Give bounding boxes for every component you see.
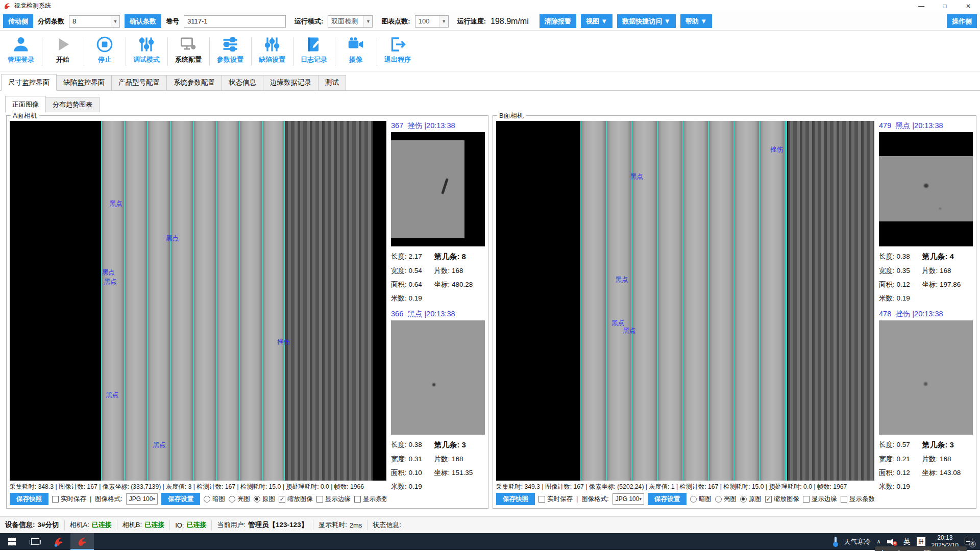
dark-image-radio[interactable]: 暗图 — [690, 495, 712, 504]
defect-panel[interactable]: 478 挫伤 |20:13:38 长度: 0.57 第几条: 3 宽度: 0.2… — [879, 309, 973, 491]
defect-panel[interactable]: 479 黑点 |20:13:38 长度: 0.38 第几条: 4 宽度: 0.3… — [879, 121, 973, 303]
chart-points-label: 图表点数: — [381, 17, 410, 26]
current-user: 当前用户:管理员【123-123】 — [212, 520, 313, 530]
weather-text[interactable]: 天气寒冷 — [844, 537, 871, 546]
defect-thumbnail — [879, 132, 973, 246]
tab-front-image[interactable]: 正面图像 — [5, 96, 46, 113]
defect-panel[interactable]: 367 挫伤 |20:13:38 长度: 2.17 第几条: 8 宽度: 0.5… — [391, 121, 485, 303]
save-snapshot-button[interactable]: 保存快照 — [10, 493, 48, 505]
realtime-save-checkbox[interactable]: 实时保存 — [538, 495, 573, 504]
display-time: 显示耗时:2ms — [313, 520, 368, 530]
ime-chinese-mode[interactable]: 中 — [879, 549, 887, 551]
defect-header: 367 挫伤 |20:13:38 — [391, 121, 485, 132]
show-strips-checkbox[interactable]: 显示条数 — [354, 495, 386, 504]
show-strips-checkbox[interactable]: 显示条数 — [841, 495, 874, 504]
debug-mode-button[interactable]: 调试模式 — [126, 33, 167, 71]
camera-b-defect-list: 479 黑点 |20:13:38 长度: 0.38 第几条: 4 宽度: 0.3… — [879, 121, 973, 506]
task-view-button[interactable] — [23, 533, 47, 550]
tab-size-monitor[interactable]: 尺寸监控界面 — [1, 74, 57, 91]
language-indicator[interactable]: 英 — [903, 537, 911, 546]
tray-expand-chevron-icon[interactable]: ∧ — [877, 538, 881, 545]
ime-language-bar[interactable]: 中 ☽ ’, 简 ☺ ⚙ — [875, 546, 967, 551]
close-button[interactable]: ✕ — [957, 0, 980, 12]
run-mode-combo[interactable]: 双面检测▼ — [328, 15, 373, 28]
data-quick-access-button[interactable]: 数据快捷访问 ▼ — [617, 14, 675, 28]
save-settings-button[interactable]: 保存设置 — [648, 493, 687, 505]
run-speed-label: 运行速度: — [457, 17, 486, 26]
confirm-count-button[interactable]: 确认条数 — [125, 14, 161, 28]
bright-image-radio[interactable]: 亮图 — [229, 495, 250, 504]
chevron-down-icon: ▼ — [363, 16, 372, 27]
param-settings-button[interactable]: 参数设置 — [209, 33, 251, 71]
checkbox-icon — [538, 496, 545, 503]
camera-a-group: A面相机 黑点黑点黑点黑点挫伤黑点黑点 采集耗时: 348.3 | 图像计数: … — [6, 115, 488, 509]
view-menu-button[interactable]: 视图 ▼ — [581, 14, 612, 28]
bright-image-radio[interactable]: 亮图 — [715, 495, 737, 504]
capture-button[interactable]: 摄像 — [335, 33, 377, 71]
image-format-combo[interactable]: JPG 100▾ — [612, 493, 644, 505]
radio-icon — [740, 496, 747, 503]
chevron-down-icon: ▾ — [153, 496, 157, 502]
exit-program-button[interactable]: 退出程序 — [377, 33, 419, 71]
operator-side-button[interactable]: 操作侧 — [947, 14, 977, 28]
start-button[interactable] — [0, 533, 23, 550]
defect-annotation: 黑点 — [106, 391, 118, 399]
defect-annotation: 黑点 — [166, 234, 179, 243]
image-format-combo[interactable]: JPG 100▾ — [126, 493, 158, 505]
tab-system-param-config[interactable]: 系统参数配置 — [166, 75, 222, 90]
save-snapshot-button[interactable]: 保存快照 — [496, 493, 535, 505]
camera-a-image[interactable]: 黑点黑点黑点黑点挫伤黑点黑点 — [10, 121, 386, 481]
defect-annotation: 黑点 — [104, 278, 117, 286]
volume-muted-icon[interactable]: ✕ — [887, 538, 897, 546]
moon-icon[interactable]: ☽ — [895, 549, 902, 551]
minimize-button[interactable]: — — [910, 0, 933, 12]
maximize-button[interactable]: □ — [933, 0, 957, 12]
running-app-button[interactable] — [70, 533, 94, 550]
show-edges-checkbox[interactable]: 显示边缘 — [803, 495, 837, 504]
radio-icon — [690, 496, 697, 503]
clear-alarm-button[interactable]: 清除报警 — [540, 14, 576, 28]
tab-edge-data-record[interactable]: 边缘数据记录 — [263, 75, 318, 90]
tab-trend-chart[interactable]: 分布趋势图表 — [45, 97, 100, 112]
tab-product-model-config[interactable]: 产品型号配置 — [111, 75, 167, 90]
defect-settings-button[interactable]: 缺陷设置 — [251, 33, 293, 71]
help-menu-button[interactable]: 帮助 ▼ — [680, 14, 712, 28]
original-image-radio[interactable]: 原图 — [740, 495, 762, 504]
simplified-chinese-icon[interactable]: 简 — [923, 549, 930, 551]
chevron-down-icon: ▾ — [639, 496, 644, 502]
camera-b-image[interactable]: 挫伤黑点黑点黑点黑点 — [496, 121, 874, 481]
defect-info: 长度: 2.17 第几条: 8 宽度: 0.54 片数: 168 面积: 0.6… — [391, 246, 485, 303]
status-message: 状态信息: — [368, 520, 406, 530]
ime-settings-gear-icon[interactable]: ⚙ — [955, 549, 962, 551]
roll-number-input[interactable]: 3117-1 — [184, 15, 286, 28]
punctuation-mode-icon[interactable]: ’, — [911, 549, 915, 551]
dark-image-radio[interactable]: 暗图 — [204, 495, 225, 504]
pinned-app-button[interactable] — [47, 533, 70, 550]
stop-button[interactable]: 停止 — [84, 33, 126, 71]
tab-test[interactable]: 测试 — [318, 75, 346, 90]
strip-count-combo[interactable]: 8▼ — [69, 15, 120, 28]
chart-points-combo[interactable]: 100▼ — [415, 15, 449, 28]
start-button[interactable]: 开始 — [42, 33, 84, 71]
zoom-image-checkbox[interactable]: ✓缩放图像 — [279, 495, 313, 504]
save-settings-button[interactable]: 保存设置 — [161, 493, 200, 505]
show-edges-checkbox[interactable]: 显示边缘 — [316, 495, 351, 504]
system-config-button[interactable]: 系统配置 — [167, 33, 209, 71]
drive-side-button[interactable]: 传动侧 — [3, 14, 33, 28]
defect-annotation: 挫伤 — [770, 145, 783, 154]
zoom-image-checkbox[interactable]: ✓缩放图像 — [765, 495, 799, 504]
thermometer-icon[interactable] — [833, 537, 838, 547]
device-info: 设备信息:3#分切 — [0, 520, 65, 530]
defect-info: 长度: 0.38 第几条: 3 宽度: 0.31 片数: 168 面积: 0.1… — [391, 435, 485, 491]
ime-indicator[interactable]: 拼 — [917, 537, 925, 546]
emoji-icon[interactable]: ☺ — [939, 549, 947, 551]
checkbox-icon — [354, 496, 361, 503]
admin-login-button[interactable]: 管理登录 — [0, 33, 42, 71]
log-record-button[interactable]: 日志记录 — [293, 33, 335, 71]
tab-status-info[interactable]: 状态信息 — [222, 75, 263, 90]
tab-defect-monitor[interactable]: 缺陷监控界面 — [56, 75, 112, 90]
realtime-save-checkbox[interactable]: 实时保存 — [52, 495, 86, 504]
defect-panel[interactable]: 366 黑点 |20:13:38 长度: 0.38 第几条: 3 宽度: 0.3… — [391, 309, 485, 491]
action-center-icon[interactable]: 6 — [965, 537, 975, 546]
original-image-radio[interactable]: 原图 — [254, 495, 275, 504]
